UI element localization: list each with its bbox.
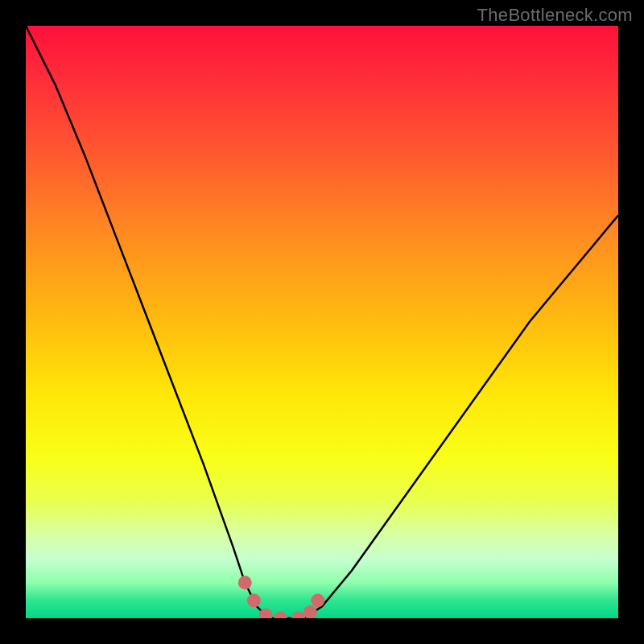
watermark-text: TheBottleneck.com [477,5,633,26]
curve-dot [291,612,305,619]
curve-dot [238,576,252,589]
curve-dot [274,612,287,619]
curve-dot [303,605,317,618]
chart-svg [26,26,618,618]
plot-area [26,26,618,618]
curve-dot [311,593,324,607]
curve-dots [238,576,325,618]
bottleneck-curve [26,26,618,618]
chart-frame: TheBottleneck.com [0,0,644,644]
curve-dot [247,593,261,607]
